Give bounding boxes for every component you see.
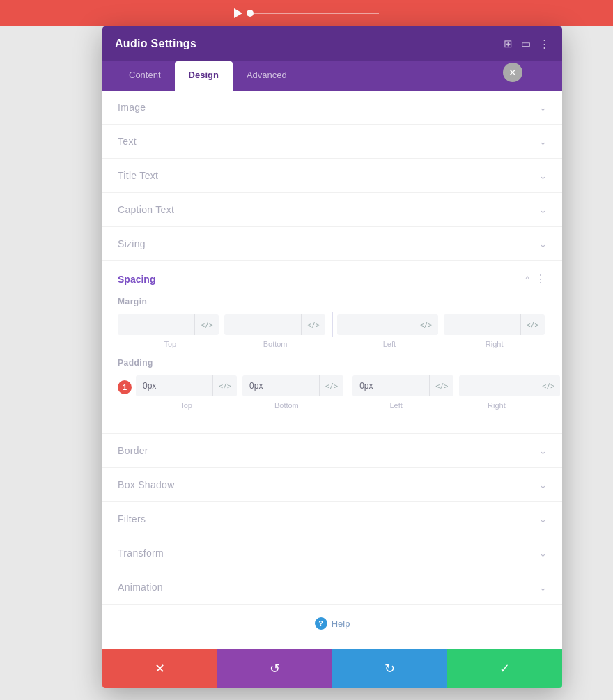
modal-title: Audio Settings [115,38,196,50]
action-bar: ✕ ↺ ↻ ✓ [102,649,562,688]
section-title-text[interactable]: Title Text ⌄ [102,159,562,193]
chevron-down-icon: ⌄ [539,480,547,490]
chevron-down-icon: ⌄ [539,446,547,456]
chevron-down-icon: ⌄ [539,548,547,559]
more-options-icon[interactable]: ⋮ [535,272,547,286]
section-filters-label: Filters [118,513,146,524]
chevron-down-icon: ⌄ [539,171,547,181]
save-icon: ✓ [499,661,510,676]
section-animation-label: Animation [118,582,163,593]
split-icon[interactable]: ▭ [521,38,531,50]
margin-right-input[interactable] [444,314,520,335]
margin-bottom-input[interactable] [224,314,301,335]
chevron-down-icon: ⌄ [539,582,547,593]
modal-content: Image ⌄ Text ⌄ Title Text ⌄ Caption Text… [102,91,562,649]
margin-col-labels: Top Bottom Left Right [118,340,547,348]
padding-right-group: </> </> [352,375,560,396]
responsive-icon[interactable]: ⊞ [504,38,513,50]
section-sizing[interactable]: Sizing ⌄ [102,227,562,261]
section-box-shadow[interactable]: Box Shadow ⌄ [102,468,562,502]
more-icon[interactable]: ⋮ [539,38,550,50]
section-caption-text[interactable]: Caption Text ⌄ [102,193,562,227]
padding-bottom-input[interactable] [242,375,319,396]
modal-header: Audio Settings ⊞ ▭ ⋮ [102,26,562,61]
margin-bottom-label: Bottom [223,340,328,348]
spacing-header[interactable]: Spacing ^ ⋮ [118,261,547,297]
badge-number: 1 [118,380,132,394]
close-button[interactable]: ✕ [503,63,522,82]
cancel-icon: ✕ [155,661,165,676]
margin-left-input[interactable] [337,314,414,335]
chevron-down-icon: ⌄ [539,205,547,215]
chevron-up-icon: ^ [525,274,529,284]
chevron-down-icon: ⌄ [539,514,547,524]
divider [332,312,333,337]
progress-dot [247,10,254,17]
top-bar [0,0,613,26]
margin-left-code-btn[interactable]: </> [414,314,438,335]
padding-top-input[interactable] [136,375,212,396]
section-filters[interactable]: Filters ⌄ [102,502,562,536]
reset-icon: ↺ [270,661,280,676]
help-icon: ? [315,617,327,630]
tab-content[interactable]: Content [115,61,175,91]
section-border[interactable]: Border ⌄ [102,434,562,468]
section-transform[interactable]: Transform ⌄ [102,536,562,570]
padding-bottom-code-btn[interactable]: </> [319,375,343,396]
help-text[interactable]: Help [332,619,350,629]
save-button[interactable]: ✓ [447,649,562,688]
cancel-button[interactable]: ✕ [102,649,217,688]
padding-right-code-btn[interactable]: </> [536,375,560,396]
chevron-down-icon: ⌄ [539,239,547,249]
margin-right-group: </> </> [337,314,548,335]
margin-top-label: Top [118,340,223,348]
margin-top-input[interactable] [118,314,194,335]
progress-track [254,13,379,14]
margin-bottom-code-btn[interactable]: </> [301,314,325,335]
padding-bottom-label: Bottom [236,401,336,410]
play-icon[interactable] [234,8,242,18]
tab-design[interactable]: Design [175,61,233,91]
margin-left-group: </> </> [118,314,328,335]
reset-button[interactable]: ↺ [217,649,332,688]
spacing-header-icons: ^ ⋮ [525,272,547,286]
padding-left-input[interactable] [352,375,429,396]
padding-right-label: Right [447,401,547,410]
padding-right-input[interactable] [459,375,536,396]
section-box-shadow-label: Box Shadow [118,479,175,490]
padding-input-row: </> </> </> </> [136,373,560,398]
padding-top-code-btn[interactable]: </> [212,375,237,396]
padding-row-wrapper: 1 </> </> </> [118,373,547,401]
progress-line [234,8,379,18]
section-border-label: Border [118,445,148,456]
section-image-label: Image [118,102,146,113]
section-text[interactable]: Text ⌄ [102,125,562,159]
section-transform-label: Transform [118,547,164,559]
margin-right-label: Right [442,340,547,348]
section-text-label: Text [118,136,137,147]
spacing-section: Spacing ^ ⋮ Margin </> </> [102,261,562,434]
tab-advanced[interactable]: Advanced [233,61,301,91]
section-caption-text-label: Caption Text [118,204,174,215]
section-sizing-label: Sizing [118,238,146,249]
tabs: Content Design Advanced [102,61,562,91]
padding-label: Padding [118,358,547,368]
margin-input-row: </> </> </> </> [118,312,547,337]
redo-button[interactable]: ↻ [332,649,447,688]
redo-icon: ↻ [385,661,395,676]
section-title-text-label: Title Text [118,170,158,181]
modal-header-icons: ⊞ ▭ ⋮ [504,38,550,50]
section-image[interactable]: Image ⌄ [102,91,562,125]
chevron-down-icon: ⌄ [539,102,547,113]
padding-left-group: </> </> [136,375,343,396]
spacing-title: Spacing [118,274,155,285]
chevron-down-icon: ⌄ [539,137,547,147]
margin-right-code-btn[interactable]: </> [520,314,545,335]
margin-left-label: Left [337,340,442,348]
padding-left-label: Left [346,401,447,410]
help-row: ? Help [102,605,562,642]
padding-left-code-btn[interactable]: </> [429,375,453,396]
section-animation[interactable]: Animation ⌄ [102,570,562,605]
padding-top-label: Top [136,401,236,410]
margin-top-code-btn[interactable]: </> [194,314,219,335]
